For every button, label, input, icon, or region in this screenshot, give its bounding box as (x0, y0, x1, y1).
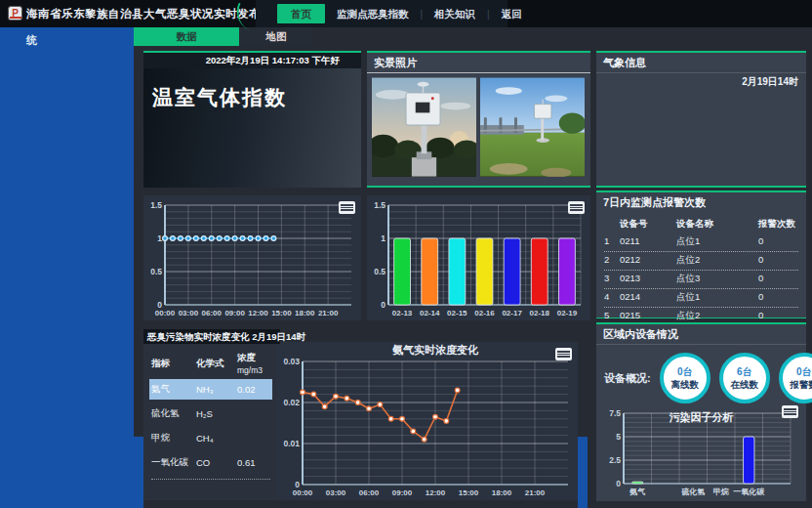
svg-text:1: 1 (381, 233, 386, 243)
sidebar: 统 (0, 27, 134, 508)
table-cell: 硫化氢 (151, 407, 196, 420)
pollutant-row[interactable]: 甲烷CH₄ (149, 428, 272, 448)
alarm-table-title: 7日内监测点报警次数 (596, 192, 806, 212)
svg-text:02-14: 02-14 (420, 309, 440, 318)
greeting-panel: 2022年2月19日 14:17:03 下午好 温室气体指数 (143, 51, 361, 188)
site-photo-dusk-image (372, 77, 476, 177)
pollutant-row[interactable]: 氨气NH₃0.02 (149, 379, 272, 400)
table-cell: 4 (604, 291, 620, 304)
greenhouse-gas-chart: 00.511.500:0003:0006:0009:0012:0015:0018… (143, 195, 361, 320)
app-title-wrap: 统 (0, 27, 134, 48)
table-cell: 0214 (620, 291, 676, 304)
svg-text:02-19: 02-19 (557, 309, 578, 318)
alarm-col-count: 报警次数 (758, 218, 798, 231)
table-cell: 0 (758, 273, 798, 285)
device-overview-row: 设备概况: 0台离线数6台在线数0台报警数 (596, 345, 806, 403)
tab-data[interactable]: 数据 (134, 27, 239, 46)
weather-panel-title: 气象信息 (596, 53, 806, 73)
page-title: 温室气体指数 (152, 84, 361, 111)
table-cell: 点位1 (676, 235, 758, 248)
stat-label: 离线数 (670, 379, 699, 392)
site-photo-field[interactable] (480, 77, 585, 177)
svg-text:0.01: 0.01 (283, 439, 300, 448)
background-gap (578, 437, 588, 508)
svg-text:12:00: 12:00 (248, 309, 268, 318)
svg-text:03:00: 03:00 (326, 488, 346, 497)
device-stat-circles: 0台离线数6台在线数0台报警数 (660, 353, 812, 403)
nav-item-knowledge[interactable]: 相关知识 (423, 4, 487, 23)
stat-value: 6台 (737, 365, 752, 379)
datetime-label: 2022年2月19日 14:17:03 下午好 (143, 53, 361, 68)
pollution-factor-chart: 02.557.5氨气硫化氢甲烷一氧化碳 (602, 403, 800, 499)
svg-text:1.5: 1.5 (150, 200, 162, 210)
device-overview-label: 设备概况: (604, 371, 651, 386)
svg-text:0.02: 0.02 (283, 398, 300, 407)
svg-text:氨气实时浓度变化: 氨气实时浓度变化 (391, 344, 479, 356)
table-row: 40214点位10 (604, 289, 798, 308)
table-cell: 0213 (620, 273, 676, 285)
weather-time-label: 2月19日14时 (596, 73, 806, 89)
pollutant-row[interactable]: 一氧化碳CO0.61 (149, 452, 272, 473)
main-nav: 首页 监测点恶臭指数 | 相关知识 | 返回 (256, 0, 508, 27)
daily-index-bar-chart: 00.511.502-1302-1402-1502-1602-1702-1802… (367, 195, 590, 320)
app-title: 海南省乐东黎族自治县大气恶臭状况实时发布系 (26, 7, 272, 21)
alarm-col-device-id: 设备号 (620, 218, 676, 231)
table-cell: 0 (758, 310, 798, 322)
dashboard-page: P 海南省乐东黎族自治县大气恶臭状况实时发布系 首页 监测点恶臭指数 | 相关知… (0, 0, 812, 508)
table-cell: 氨气 (151, 383, 196, 396)
svg-text:1.5: 1.5 (374, 200, 386, 210)
svg-text:18:00: 18:00 (295, 309, 315, 318)
device-stat-circle: 6台在线数 (719, 353, 770, 403)
nav-item-back[interactable]: 返回 (490, 4, 534, 23)
table-cell: 0211 (620, 235, 676, 248)
table-cell: 点位2 (676, 310, 758, 322)
pollutant-row[interactable]: 硫化氢H₂S (149, 403, 272, 424)
chart-menu-icon[interactable] (555, 348, 572, 360)
pollutant-table-header: 指标 化学式 浓度 mg/m3 (149, 350, 272, 377)
view-tabs: 数据 地图 (134, 27, 313, 46)
table-cell: 0 (758, 235, 798, 248)
devices-panel-title: 区域内设备情况 (596, 324, 806, 345)
nav-item-odor-index[interactable]: 监测点恶臭指数 (325, 4, 421, 23)
svg-text:06:00: 06:00 (202, 309, 223, 318)
table-row: 30213点位30 (604, 271, 798, 289)
svg-text:21:00: 21:00 (525, 488, 546, 497)
svg-text:00:00: 00:00 (293, 488, 313, 497)
svg-text:氨气: 氨气 (629, 487, 645, 496)
svg-text:18:00: 18:00 (492, 488, 512, 497)
nav-item-home[interactable]: 首页 (277, 4, 325, 23)
svg-text:00:00: 00:00 (155, 309, 176, 318)
background-gap (134, 437, 143, 508)
alarm-table-header: 设备号 设备名称 报警次数 (604, 216, 798, 233)
table-row: 20212点位20 (604, 252, 798, 271)
table-row: 10211点位10 (604, 233, 798, 252)
device-stat-circle: 0台离线数 (660, 353, 710, 403)
table-cell: 点位2 (676, 254, 758, 267)
svg-text:21:00: 21:00 (318, 309, 339, 318)
table-cell: 甲烷 (151, 432, 196, 444)
table-cell: 0215 (620, 310, 676, 322)
nh3-concentration-chart: 00.010.020.0300:0003:0006:0009:0012:0015… (276, 342, 578, 500)
svg-text:0: 0 (381, 300, 386, 310)
svg-text:5: 5 (616, 432, 621, 442)
pollutant-col-concentration: 浓度 mg/m3 (237, 352, 270, 375)
chart-menu-icon[interactable] (782, 405, 798, 418)
photos-row (367, 73, 590, 181)
pollutant-table-body: 氨气NH₃0.02硫化氢H₂S甲烷CH₄一氧化碳CO0.61 (149, 379, 272, 473)
svg-text:0.5: 0.5 (150, 267, 162, 276)
weather-panel: 气象信息 2月19日14时 (596, 51, 806, 188)
svg-text:09:00: 09:00 (224, 309, 245, 318)
chart-menu-icon[interactable] (568, 201, 585, 214)
site-photo-dusk[interactable] (372, 77, 476, 177)
app-logo-icon: P (8, 6, 22, 21)
stat-value: 0台 (796, 365, 812, 379)
svg-text:02-16: 02-16 (474, 309, 495, 318)
table-cell: CO (196, 457, 237, 468)
svg-text:06:00: 06:00 (359, 488, 380, 497)
table-cell: 3 (604, 273, 620, 285)
svg-text:0: 0 (616, 479, 621, 488)
svg-text:02-13: 02-13 (392, 309, 413, 318)
chart-menu-icon[interactable] (339, 201, 355, 214)
table-cell: 0 (758, 254, 798, 267)
photos-panel: 实景照片 (367, 51, 590, 188)
